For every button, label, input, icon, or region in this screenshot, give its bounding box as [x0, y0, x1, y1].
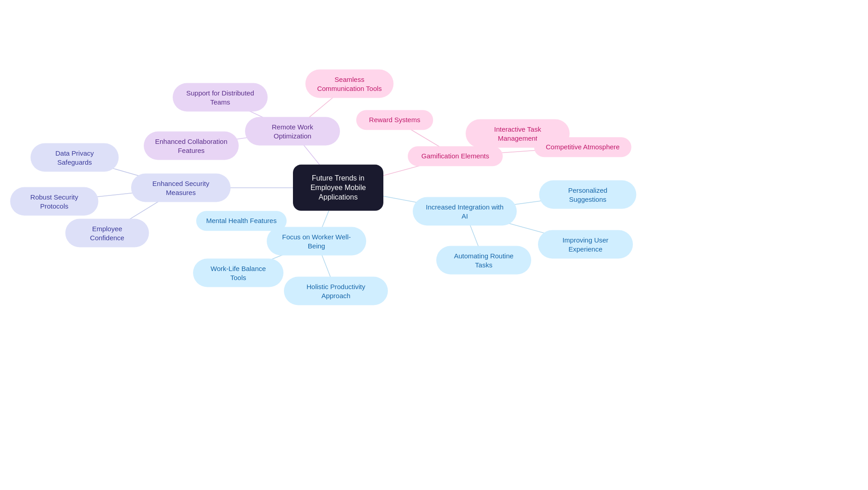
- node-enhanced-sec: Enhanced Security Measures: [131, 174, 231, 202]
- node-seamless-comm: Seamless Communication Tools: [306, 70, 394, 98]
- node-automating: Automating Routine Tasks: [436, 246, 531, 275]
- node-remote-work: Remote Work Optimization: [245, 117, 340, 146]
- mindmap-container: Future Trends in Employee Mobile Applica…: [0, 0, 868, 490]
- node-mental-health: Mental Health Features: [196, 211, 287, 231]
- node-work-life: Work-Life Balance Tools: [193, 259, 283, 287]
- node-support-dist: Support for Distributed Teams: [173, 83, 268, 112]
- node-holistic: Holistic Productivity Approach: [284, 277, 388, 305]
- node-competitive: Competitive Atmosphere: [534, 137, 632, 157]
- node-data-privacy: Data Privacy Safeguards: [31, 143, 119, 172]
- node-personalized: Personalized Suggestions: [539, 181, 637, 209]
- node-gamification: Gamification Elements: [408, 146, 503, 166]
- node-enhanced-collab: Enhanced Collaboration Features: [144, 132, 239, 160]
- node-employee-conf: Employee Confidence: [66, 219, 149, 247]
- node-improving-ux: Improving User Experience: [538, 230, 633, 259]
- center-node: Future Trends in Employee Mobile Applica…: [293, 165, 383, 211]
- node-increased-ai: Increased Integration with AI: [413, 197, 517, 226]
- node-reward-sys: Reward Systems: [356, 110, 433, 130]
- node-robust-sec: Robust Security Protocols: [10, 187, 99, 216]
- node-focus-worker: Focus on Worker Well-Being: [267, 227, 366, 256]
